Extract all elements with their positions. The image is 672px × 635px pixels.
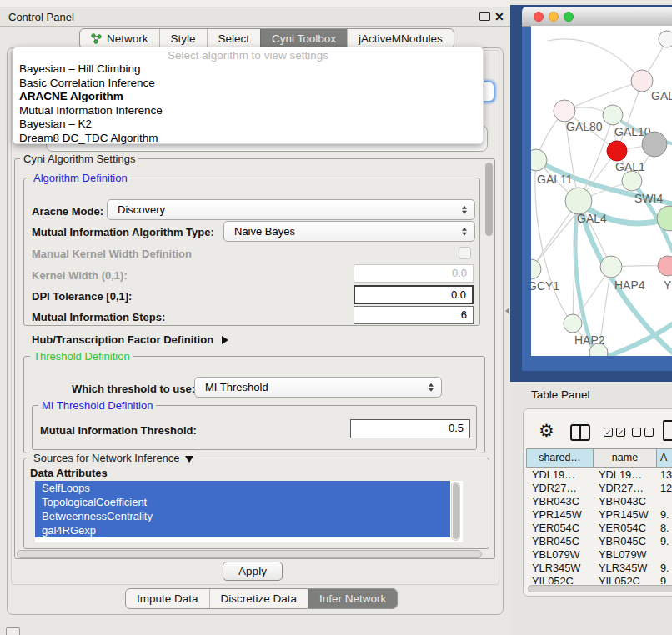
column-header-name[interactable]: name [594, 448, 657, 468]
document-icon[interactable] [663, 420, 672, 441]
network-node-gal4[interactable] [565, 188, 592, 214]
table-row[interactable]: YER054CYER054C8. [526, 522, 672, 535]
close-icon[interactable]: ✕ [494, 8, 504, 26]
settings-vertical-scrollbar[interactable] [485, 162, 493, 236]
algorithm-option-dream8-dc-tdc-algorithm[interactable]: Dream8 DC_TDC Algorithm [13, 132, 483, 146]
algorithm-dropdown-list: Bayesian – Hill ClimbingBasic Correlatio… [13, 62, 483, 145]
network-node-gal80[interactable] [554, 100, 575, 122]
tab-label: Network [107, 32, 148, 45]
table-row[interactable]: YBL079WYBL079W [526, 548, 672, 562]
attributes-list-scrollbar[interactable] [451, 482, 460, 541]
dpi-tolerance-field[interactable]: 0.0 [354, 285, 474, 304]
network-node-gal11[interactable] [531, 149, 547, 171]
tab-impute-data[interactable]: Impute Data [126, 589, 209, 608]
algorithm-option-mutual-information-inference[interactable]: Mutual Information Inference [13, 104, 483, 118]
table-panel-title: Table Panel [531, 388, 590, 401]
screen: Control Panel ✕ NetworkStyleSelectCyni T… [0, 0, 672, 635]
top-strip [0, 0, 510, 8]
table-cell: YPR145W [594, 508, 657, 522]
tab-label: Impute Data [137, 592, 198, 605]
table-row[interactable]: YDR27…YDR27…12 [526, 482, 672, 495]
manual-kernel-width-label: Manual Kernel Width Definition [32, 248, 192, 260]
mi-threshold-label: Mutual Information Threshold: [40, 424, 197, 437]
minimized-panel-icon[interactable] [6, 628, 20, 635]
table-row[interactable]: YLR345WYLR345W9. [526, 562, 672, 575]
hub-definition-toggle[interactable]: Hub/Transcription Factor Definition [32, 333, 228, 346]
checked-checkbox-icon[interactable]: ✓ [604, 428, 613, 437]
minimize-traffic-light[interactable] [549, 12, 559, 22]
table-hscroll-thumb[interactable] [528, 585, 672, 592]
tab-label: Cyni Toolbox [272, 32, 336, 45]
network-node-gal10[interactable] [603, 105, 623, 125]
cyni-settings-group-title: Cyni Algorithm Settings [20, 152, 138, 165]
table-cell: YBR045C [594, 535, 657, 548]
expanded-arrow-icon [185, 456, 193, 462]
network-node-gcy1[interactable] [531, 259, 541, 279]
float-window-icon[interactable] [479, 12, 490, 21]
mi-algorithm-type-combo[interactable]: Naive Bayes [223, 221, 475, 242]
unchecked-checkbox-icon[interactable] [644, 428, 654, 437]
zoom-traffic-light[interactable] [564, 12, 574, 22]
table-cell: YPR145W [526, 508, 594, 522]
tab-network[interactable]: Network [80, 29, 159, 48]
column-header-a[interactable]: A [657, 448, 672, 468]
table-row[interactable]: YBR045CYBR045C9. [526, 535, 672, 548]
attribute-item-betweennesscentrality[interactable]: BetweennessCentrality [35, 509, 450, 523]
mi-steps-field[interactable]: 6 [354, 306, 474, 324]
network-node[interactable] [657, 206, 672, 231]
node-label-y: Y [664, 278, 672, 292]
attribute-item-topologicalcoefficient[interactable]: TopologicalCoefficient [35, 495, 450, 509]
apply-button[interactable]: Apply [223, 562, 283, 581]
network-window-titlebar[interactable] [522, 7, 672, 27]
manual-kernel-width-checkbox[interactable] [459, 247, 471, 259]
mi-threshold-field[interactable]: 0.5 [350, 419, 470, 438]
aracne-mode-combo[interactable]: Discovery [107, 199, 475, 220]
tab-jactivemnodules[interactable]: jActiveMNodules [347, 29, 454, 48]
close-traffic-light[interactable] [534, 12, 544, 22]
tab-discretize-data[interactable]: Discretize Data [209, 589, 308, 608]
gear-icon[interactable]: ⚙ [539, 420, 554, 442]
settings-horizontal-scrollbar[interactable] [17, 550, 482, 558]
network-node-hap2[interactable] [564, 314, 582, 332]
algorithm-option-basic-correlation-inference[interactable]: Basic Correlation Inference [13, 77, 483, 91]
table-row[interactable]: YDL19…YDL19…13 [526, 468, 672, 482]
tab-style[interactable]: Style [159, 29, 207, 48]
node-label-swi4: SWI4 [634, 192, 663, 205]
column-view-icon[interactable] [570, 424, 590, 441]
network-node-swi4[interactable] [622, 171, 642, 191]
network-canvas[interactable]: GAL7GAL80GAL10GAL1GAL11SWI4GAL4GCY1HAP4Y… [531, 26, 672, 356]
table-cell: YLR345W [594, 562, 657, 575]
sources-group-title[interactable]: Sources for Network Inference [30, 452, 197, 464]
kernel-width-field[interactable]: 0.0 [354, 264, 474, 282]
table-cell: YDL19… [594, 468, 657, 482]
tab-infer-network[interactable]: Infer Network [308, 589, 397, 608]
network-node[interactable] [642, 132, 667, 157]
table-cell [657, 495, 672, 508]
network-node-gal7[interactable] [631, 70, 653, 92]
table-cell: YER054C [594, 522, 657, 535]
algorithm-option-aracne-algorithm[interactable]: ARACNE Algorithm [13, 90, 483, 104]
network-node-hap4[interactable] [600, 256, 622, 278]
table-cell: YBR043C [594, 495, 657, 508]
network-node[interactable] [659, 31, 672, 48]
divider-collapse-arrow[interactable] [505, 308, 509, 314]
attribute-item-selfloops[interactable]: SelfLoops [35, 481, 450, 495]
table-row[interactable]: YPR145WYPR145W9. [526, 508, 672, 522]
mi-algorithm-type-value: Naive Bayes [234, 222, 474, 241]
tab-select[interactable]: Select [207, 29, 261, 48]
attribute-item-gal4rgexp[interactable]: gal4RGexp [35, 523, 450, 538]
unchecked-checkbox-icon[interactable] [632, 428, 641, 437]
column-header-shared[interactable]: shared… [526, 448, 594, 468]
which-threshold-combo[interactable]: MI Threshold [194, 377, 442, 398]
tab-cyni-toolbox[interactable]: Cyni Toolbox [260, 29, 347, 48]
algorithm-option-bayesian-k2[interactable]: Bayesian – K2 [13, 118, 483, 132]
network-node-gal1[interactable] [607, 141, 627, 161]
network-node-y[interactable] [658, 256, 672, 276]
checked-checkbox-icon[interactable]: ✓ [616, 428, 625, 437]
algorithm-option-bayesian-hill-climbing[interactable]: Bayesian – Hill Climbing [13, 62, 483, 77]
tab-label: Style [171, 32, 196, 45]
table-row[interactable]: YBR043CYBR043C [526, 495, 672, 508]
dpi-tolerance-label: DPI Tolerance [0,1]: [32, 290, 132, 302]
tab-label: Discretize Data [221, 592, 298, 605]
stepper-arrows-icon [462, 227, 467, 236]
